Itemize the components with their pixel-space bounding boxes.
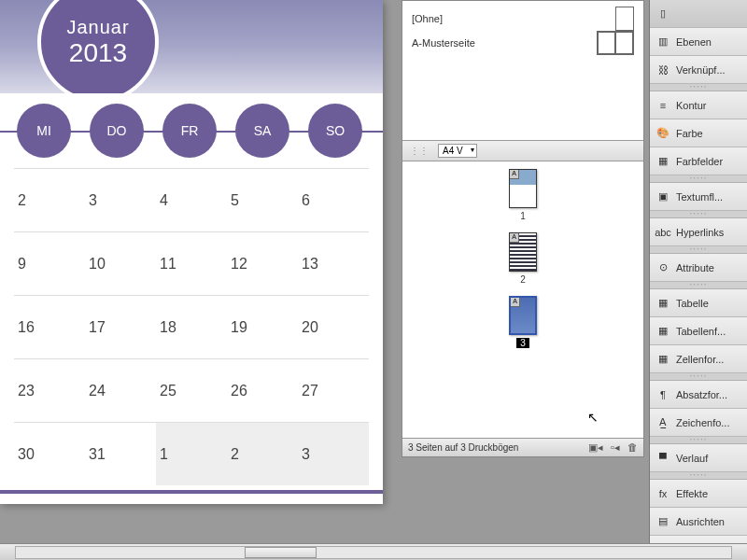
- panel-label: Absatzfor...: [676, 389, 727, 400]
- day-cell: 3: [85, 168, 156, 231]
- page-thumb[interactable]: A: [509, 232, 537, 272]
- day-cell: 19: [227, 295, 298, 358]
- page-item-3[interactable]: A3: [410, 296, 636, 348]
- day-cell: 2: [227, 422, 298, 485]
- panel-icon: ▤: [655, 514, 670, 529]
- day-cell: 6: [298, 168, 369, 231]
- pages-status-bar: 3 Seiten auf 3 Druckbögen ▣◂ ▫◂ 🗑: [402, 438, 643, 456]
- master-none-label: [Ohne]: [412, 13, 443, 24]
- canvas-area[interactable]: Januar 2013 MIDOFRSASO 23456910111213161…: [0, 0, 402, 523]
- day-cell: 10: [85, 231, 156, 295]
- panel-icon: fx: [655, 486, 670, 501]
- panel-hyperlinks[interactable]: abcHyperlinks: [650, 218, 747, 246]
- panel-separator: [650, 472, 747, 480]
- panel-label: Ausrichten: [676, 516, 725, 527]
- panel-ausrichten[interactable]: ▤Ausrichten: [650, 508, 747, 536]
- day-cell: 4: [156, 168, 227, 231]
- panel-absatzfor[interactable]: ¶Absatzfor...: [650, 381, 747, 409]
- day-cell: 2: [14, 168, 85, 231]
- horizontal-scrollbar[interactable]: [0, 543, 747, 560]
- panel-textumfl[interactable]: ▣Textumfl...: [650, 183, 747, 211]
- master-none-thumb[interactable]: [615, 7, 634, 31]
- master-a-row[interactable]: A-Musterseite: [412, 31, 634, 55]
- weekday-so: SO: [308, 104, 362, 158]
- panel-icon: ⊙: [655, 260, 670, 275]
- panel-label: Farbfelder: [676, 156, 723, 167]
- day-cell: 1: [156, 422, 227, 485]
- panel-separator: [650, 373, 747, 381]
- page-size-bar: ⋮⋮ A4 V: [402, 141, 643, 161]
- panel-icon: ▥: [655, 35, 670, 49]
- panel-icon: ▀: [655, 451, 670, 466]
- panel-separator: [650, 437, 747, 444]
- weekday-fr: FR: [162, 104, 217, 158]
- panel-icon: ▦: [655, 154, 670, 169]
- grip-icon: ⋮⋮: [410, 146, 438, 156]
- new-page-icon[interactable]: ▫◂: [611, 441, 620, 454]
- master-none-row[interactable]: [Ohne]: [412, 7, 634, 31]
- panel-effekte[interactable]: fxEffekte: [650, 480, 747, 508]
- day-cell: 11: [156, 231, 227, 295]
- page-item-1[interactable]: A1: [410, 169, 636, 221]
- page-number: 3: [516, 338, 529, 348]
- panel-icon: ⛓: [655, 63, 670, 77]
- panel-attribute[interactable]: ⊙Attribute: [650, 254, 747, 282]
- weekday-sa: SA: [235, 104, 289, 158]
- panel-label: Zeichenfo...: [676, 417, 729, 428]
- day-cell: 24: [85, 358, 156, 422]
- page-thumb[interactable]: A: [509, 169, 537, 208]
- edit-page-icon[interactable]: ▣◂: [588, 441, 603, 454]
- page-size-dropdown[interactable]: A4 V: [438, 144, 477, 158]
- delete-page-icon[interactable]: 🗑: [627, 441, 638, 454]
- panel-kontur[interactable]: ≡Kontur: [650, 91, 747, 119]
- master-pages-area[interactable]: [Ohne] A-Musterseite: [402, 1, 643, 141]
- panel-tabellenf[interactable]: ▦Tabellenf...: [650, 317, 747, 345]
- page-number: 1: [520, 211, 526, 221]
- panel-label: Ebenen: [676, 36, 712, 48]
- scroll-track[interactable]: [15, 546, 732, 559]
- panel-zellenfor[interactable]: ▦Zellenfor...: [650, 345, 747, 373]
- panel-label: Hyperlinks: [676, 227, 724, 238]
- master-a-thumb[interactable]: [597, 31, 634, 55]
- panel-verlauf[interactable]: ▀Verlauf: [650, 444, 747, 472]
- year-label: 2013: [69, 38, 127, 68]
- panel-separator: [650, 246, 747, 254]
- panel-label: Tabelle: [676, 298, 709, 309]
- panel-label: Verknüpf...: [676, 64, 726, 76]
- page-thumb[interactable]: A: [509, 296, 537, 335]
- day-cell: 23: [14, 358, 85, 422]
- weekday-mi: MI: [17, 104, 71, 158]
- day-cell: 27: [298, 358, 369, 422]
- panel-icon: ¶: [655, 387, 670, 402]
- panel-label: Attribute: [676, 262, 714, 273]
- panel-verknpf[interactable]: ⛓Verknüpf...: [650, 56, 747, 84]
- panel-label: Kontur: [676, 100, 706, 111]
- panel-icon: abc: [655, 225, 670, 240]
- scroll-thumb[interactable]: [245, 547, 317, 558]
- page-list[interactable]: ↖ A1A2A3: [402, 161, 643, 438]
- calendar-photo: Januar 2013: [0, 0, 383, 93]
- panel-icon: ▦: [655, 324, 670, 339]
- panel-dock: ▯ ▥Ebenen⛓Verknüpf...≡Kontur🎨Farbe▦Farbf…: [649, 0, 747, 543]
- panel-icon: ▣: [655, 189, 670, 204]
- panel-separator: [650, 282, 747, 289]
- panel-farbe[interactable]: 🎨Farbe: [650, 119, 747, 147]
- month-label: Januar: [66, 17, 129, 38]
- pages-panel: [Ohne] A-Musterseite ⋮⋮ A4 V ↖ A1A2A3 3 …: [402, 0, 644, 457]
- weekday-do: DO: [90, 104, 144, 158]
- weekday-header: MIDOFRSASO: [0, 93, 383, 168]
- panel-ebenen[interactable]: ▥Ebenen: [650, 28, 747, 56]
- day-cell: 18: [156, 295, 227, 358]
- panel-tabelle[interactable]: ▦Tabelle: [650, 289, 747, 317]
- page-number: 2: [520, 274, 526, 285]
- page-item-2[interactable]: A2: [410, 232, 636, 285]
- panel-zeichenfo[interactable]: A̲Zeichenfo...: [650, 409, 747, 437]
- panel-separator: [650, 175, 747, 183]
- panel-farbfelder[interactable]: ▦Farbfelder: [650, 147, 747, 175]
- calendar-document[interactable]: Januar 2013 MIDOFRSASO 23456910111213161…: [0, 0, 383, 504]
- panel-label: Effekte: [676, 488, 708, 499]
- panel-icon: ▦: [655, 352, 670, 367]
- day-cell: 5: [227, 168, 298, 231]
- status-text: 3 Seiten auf 3 Druckbögen: [408, 442, 518, 453]
- panel-seiten[interactable]: ▯: [650, 0, 747, 28]
